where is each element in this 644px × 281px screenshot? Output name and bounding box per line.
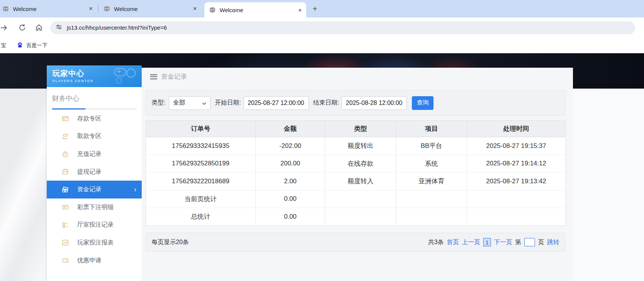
current-page-badge: 1 bbox=[483, 238, 491, 246]
cell-process-time: 2025-08-27 19:15:37 bbox=[467, 137, 566, 155]
cell-empty bbox=[467, 190, 566, 208]
cell-process-time: 2025-08-27 19:13:42 bbox=[467, 173, 566, 191]
end-date-label: 结束日期: bbox=[313, 99, 339, 107]
sidebar-item-label: 存款专区 bbox=[77, 115, 101, 123]
tab-title: Welcome bbox=[13, 6, 36, 12]
hand-money-icon bbox=[62, 133, 69, 140]
pagination-bar: 每页显示20条 共3条 首页 上一页 1 下一页 第 页 跳转 bbox=[146, 233, 565, 252]
filter-panel: 类型: 全部 开始日期: 结束日期: 查询 bbox=[146, 90, 565, 116]
cell-empty bbox=[396, 190, 467, 208]
sidebar-item-label: 提现记录 bbox=[77, 168, 101, 176]
sidebar-item-hall-bet-records[interactable]: 厅室投注记录 bbox=[47, 216, 142, 234]
table-row-page-total: 当前页统计 0.00 bbox=[146, 190, 566, 208]
page-title: 资金记录 bbox=[161, 72, 187, 81]
tab-close-icon[interactable]: × bbox=[298, 7, 302, 13]
cell-empty bbox=[325, 190, 396, 208]
start-date-input[interactable] bbox=[244, 96, 309, 110]
cell-empty bbox=[467, 208, 566, 226]
tab-divider bbox=[98, 5, 98, 13]
chevron-right-icon: › bbox=[134, 186, 136, 194]
sidebar-header: 玩家中心 PLAYERS CENTER bbox=[47, 65, 142, 87]
tab-close-icon[interactable]: × bbox=[88, 5, 93, 13]
sidebar-section: 财务中心 bbox=[47, 87, 142, 110]
reload-icon[interactable] bbox=[17, 23, 27, 32]
ticket-icon bbox=[62, 257, 69, 264]
url-text: js13.cc/hhcp/usercenter.html?iniType=6 bbox=[67, 24, 167, 31]
sidebar-item-funds-records[interactable]: 资金记录 › bbox=[47, 181, 142, 198]
search-button[interactable]: 查询 bbox=[412, 96, 434, 110]
bookmark-baidu[interactable]: 百度一下 bbox=[17, 42, 47, 49]
bookmark-partial-label[interactable]: 宝 bbox=[1, 42, 6, 49]
cell-project: 亚洲体育 bbox=[396, 173, 467, 191]
funds-icon bbox=[62, 186, 69, 193]
cell-type: 额度转出 bbox=[325, 137, 396, 155]
col-order-id: 订单号 bbox=[146, 121, 256, 137]
sidebar-item-label: 厅室投注记录 bbox=[77, 221, 114, 229]
chevron-down-icon bbox=[202, 100, 206, 106]
bookmark-label: 百度一下 bbox=[26, 42, 47, 49]
type-select-value: 全部 bbox=[173, 99, 185, 107]
cell-amount: 0.00 bbox=[256, 208, 325, 226]
type-label: 类型: bbox=[152, 99, 165, 107]
browser-tab-3-active[interactable]: Welcome × bbox=[204, 2, 306, 17]
jump-label-post: 页 bbox=[538, 238, 544, 246]
table-row-grand-total: 总统计 0.00 bbox=[146, 208, 566, 226]
list-icon bbox=[62, 204, 69, 211]
sidebar-item-label: 取款专区 bbox=[77, 132, 101, 140]
start-date-label: 开始日期: bbox=[215, 99, 241, 107]
sidebar-item-label: 充值记录 bbox=[77, 150, 101, 158]
next-page-link[interactable]: 下一页 bbox=[494, 238, 512, 246]
forward-icon[interactable] bbox=[0, 23, 8, 32]
table-header-row: 订单号 金额 类型 项目 处理时间 bbox=[146, 121, 566, 137]
sidebar-item-recharge-records[interactable]: ¥ 充值记录 bbox=[47, 145, 142, 163]
section-underline bbox=[52, 108, 137, 110]
col-process-time: 处理时间 bbox=[467, 121, 566, 137]
sidebar-item-lottery-bet-details[interactable]: 彩票下注明细 bbox=[47, 198, 142, 216]
grid-list-icon bbox=[62, 222, 69, 229]
cell-process-time: 2025-08-27 19:14:12 bbox=[467, 155, 566, 173]
globe-icon bbox=[209, 6, 216, 13]
jump-page-input[interactable] bbox=[524, 238, 535, 246]
jump-link[interactable]: 跳转 bbox=[547, 238, 559, 246]
sidebar-item-promo-application[interactable]: 优惠申请 bbox=[47, 252, 142, 270]
browser-tab-1[interactable]: Welcome × bbox=[2, 0, 93, 17]
browser-tab-2[interactable]: Welcome × bbox=[103, 0, 198, 17]
tab-title: Welcome bbox=[220, 7, 243, 13]
sidebar-item-withdraw-zone[interactable]: 取款专区 bbox=[47, 128, 142, 146]
baidu-paw-icon bbox=[17, 42, 23, 49]
tab-title: Welcome bbox=[114, 6, 138, 12]
table-row: 1756293222018689 2.00 额度转入 亚洲体育 2025-08-… bbox=[146, 173, 566, 191]
sidebar-item-label: 玩家投注报表 bbox=[77, 239, 114, 247]
cell-project: 系统 bbox=[396, 155, 467, 173]
sidebar-item-deposit-zone[interactable]: 存款专区 bbox=[47, 110, 142, 128]
page-size-text: 每页显示20条 bbox=[152, 238, 189, 246]
sidebar-menu: 存款专区 取款专区 ¥ 充值记录 提现记录 资金记录 › bbox=[47, 110, 142, 269]
prev-page-link[interactable]: 上一页 bbox=[462, 238, 480, 246]
section-title: 财务中心 bbox=[52, 95, 79, 102]
type-select[interactable]: 全部 bbox=[169, 96, 210, 110]
tab-close-icon[interactable]: × bbox=[192, 5, 198, 13]
total-count-text: 共3条 bbox=[428, 238, 444, 246]
gamepad-icon bbox=[112, 68, 139, 86]
pagination-controls: 共3条 首页 上一页 1 下一页 第 页 跳转 bbox=[428, 238, 559, 246]
tab-bar: Welcome × Welcome × Welcome × + bbox=[0, 0, 644, 17]
cell-amount: -202.00 bbox=[256, 137, 325, 155]
player-center-sidebar: 玩家中心 PLAYERS CENTER 财务中心 存款专区 取款专区 ¥ 充值记… bbox=[47, 65, 142, 281]
cell-empty bbox=[325, 208, 396, 226]
home-icon[interactable] bbox=[34, 23, 43, 32]
cell-type: 在线存款 bbox=[325, 155, 396, 173]
site-settings-icon[interactable] bbox=[55, 24, 62, 32]
cell-order-id: 1756293332415935 bbox=[146, 137, 256, 155]
cell-amount: 2.00 bbox=[256, 173, 325, 191]
url-bar[interactable]: js13.cc/hhcp/usercenter.html?iniType=6 bbox=[50, 21, 635, 34]
cell-order-id: 1756293252850199 bbox=[146, 155, 256, 173]
sidebar-item-withdrawal-records[interactable]: 提现记录 bbox=[47, 163, 142, 181]
sidebar-item-player-bet-report[interactable]: 玩家投注报表 bbox=[47, 234, 142, 252]
end-date-input[interactable] bbox=[342, 96, 407, 110]
first-page-link[interactable]: 首页 bbox=[447, 238, 459, 246]
sidebar-item-label: 资金记录 bbox=[77, 186, 101, 194]
menu-burger-icon[interactable] bbox=[150, 74, 157, 79]
col-amount: 金额 bbox=[256, 121, 325, 137]
new-tab-button[interactable]: + bbox=[310, 4, 320, 14]
cell-order-id: 1756293222018689 bbox=[146, 173, 256, 191]
